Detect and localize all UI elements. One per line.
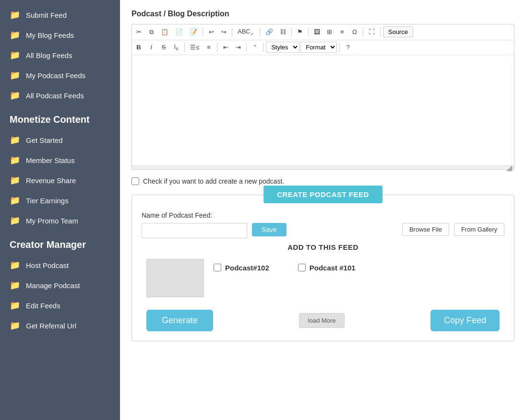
toolbar-sep-2 [232,28,232,36]
indent-button[interactable]: ⇥ [232,42,244,53]
new-podcast-checkbox[interactable] [132,177,139,185]
ordered-list-button[interactable]: ☰≤ [187,42,202,53]
generate-button[interactable]: Generate [146,310,213,331]
table-button[interactable]: ⊞ [324,26,335,37]
folder-icon: 📁 [10,175,20,186]
toolbar-sep-9 [217,43,217,52]
copy-button[interactable]: ⧉ [145,26,157,38]
sidebar: 📁 Submit Feed 📁 My Blog Feeds 📁 All Blog… [0,0,120,420]
bold-button[interactable]: B [133,42,144,53]
podcast-item-101: Podcast #101 [298,264,356,272]
sidebar-label-my-blog-feeds: My Blog Feeds [26,31,74,39]
folder-icon: 📁 [10,10,20,20]
toolbar-row-1: ✂ ⧉ 📋 📄 📝 ↩ ↪ ABC✓ 🔗 ⛓ ⚑ 🖼 ⊞ ≡ Ω ⛶ Sourc… [132,24,514,40]
subscript-button[interactable]: Ix [170,42,182,53]
load-more-button[interactable]: load More [299,313,345,328]
sidebar-item-revenue-share[interactable]: 📁 Revenue Share [0,170,120,190]
source-button[interactable]: Source [383,26,413,37]
folder-icon: 📁 [10,70,20,81]
sidebar-label-edit-feeds: Edit Feeds [26,302,60,310]
sidebar-label-revenue-share: Revenue Share [26,176,76,185]
bottom-buttons-row: Generate load More Copy Feed [142,310,504,331]
paste-button[interactable]: 📋 [158,26,171,37]
create-feed-section: CREATE PODCAST FEED Name of Podcast Feed… [132,195,514,341]
toolbar-sep-4 [291,28,292,36]
sidebar-item-get-started[interactable]: 📁 Get Started [0,130,120,150]
toolbar-sep-11 [263,43,263,52]
folder-icon: 📁 [10,260,20,270]
unordered-list-button[interactable]: ≡ [203,42,215,53]
folder-icon: 📁 [10,195,20,206]
folder-icon: 📁 [10,215,20,226]
italic-button[interactable]: I [145,42,157,53]
toolbar-sep-10 [246,43,247,52]
sidebar-label-submit-feed: Submit Feed [26,11,67,19]
main-content: Podcast / Blog Description ✂ ⧉ 📋 📄 📝 ↩ ↪… [120,0,526,420]
folder-icon: 📁 [10,300,20,311]
sidebar-label-all-podcast-feeds: All Podcast Feeds [26,92,84,100]
podcast-101-checkbox[interactable] [298,264,306,271]
toolbar-sep-12 [339,43,340,52]
copy-feed-button[interactable]: Copy Feed [430,310,500,331]
hrule-button[interactable]: ≡ [336,26,348,37]
sidebar-item-submit-feed[interactable]: 📁 Submit Feed [0,5,120,25]
feed-image-placeholder [146,259,204,297]
create-feed-header: CREATE PODCAST FEED [263,186,383,203]
editor-container: ✂ ⧉ 📋 📄 📝 ↩ ↪ ABC✓ 🔗 ⛓ ⚑ 🖼 ⊞ ≡ Ω ⛶ Sourc… [132,24,514,170]
sidebar-item-my-blog-feeds[interactable]: 📁 My Blog Feeds [0,25,120,45]
fullscreen-button[interactable]: ⛶ [366,26,378,37]
sidebar-label-manage-podcast: Manage Podcast [26,281,80,290]
toolbar-row-2: B I S Ix ☰≤ ≡ ⇤ ⇥ " Styles Format ? [132,40,514,55]
toolbar-sep-1 [203,28,203,36]
link-button[interactable]: 🔗 [263,26,276,37]
sidebar-label-all-blog-feeds: All Blog Feeds [26,51,72,59]
sidebar-item-host-podcast[interactable]: 📁 Host Podcast [0,255,120,275]
sidebar-item-all-blog-feeds[interactable]: 📁 All Blog Feeds [0,45,120,65]
outdent-button[interactable]: ⇤ [220,42,231,53]
page-title: Podcast / Blog Description [132,10,514,18]
add-to-feed-title: ADD TO THIS FEED [142,243,504,251]
folder-icon: 📁 [10,280,20,291]
section-monetize: Monetize Content [0,105,120,130]
editor-resize-handle: ◢ [132,165,514,169]
new-podcast-label[interactable]: Check if you want to add create a new po… [143,177,284,185]
folder-icon: 📁 [10,50,20,60]
sidebar-item-all-podcast-feeds[interactable]: 📁 All Podcast Feeds [0,85,120,105]
sidebar-item-member-status[interactable]: 📁 Member Status [0,150,120,170]
folder-icon: 📁 [10,90,20,101]
redo-button[interactable]: ↪ [218,26,229,37]
paste-word-button[interactable]: 📝 [187,26,200,37]
from-gallery-button[interactable]: From Gallery [454,223,504,236]
podcast-101-label[interactable]: Podcast #101 [310,264,356,272]
undo-button[interactable]: ↩ [205,26,217,37]
special-char-button[interactable]: Ω [349,26,360,37]
spellcheck-button[interactable]: ABC✓ [235,26,257,38]
sidebar-item-edit-feeds[interactable]: 📁 Edit Feeds [0,295,120,315]
image-button[interactable]: 🖼 [311,26,323,37]
format-select[interactable]: Format [300,42,337,53]
styles-select[interactable]: Styles [266,42,299,53]
sidebar-label-member-status: Member Status [26,156,75,164]
save-feed-button[interactable]: Save [252,223,287,236]
folder-icon: 📁 [10,30,20,40]
feed-name-input[interactable] [142,223,247,238]
browse-file-button[interactable]: Browse File [402,223,449,236]
strikethrough-button[interactable]: S [158,42,169,53]
blockquote-button[interactable]: " [249,42,261,53]
paste-text-button[interactable]: 📄 [172,26,186,37]
editor-body[interactable] [132,55,514,165]
toolbar-sep-8 [184,43,185,52]
flag-button[interactable]: ⚑ [294,26,306,37]
sidebar-label-my-promo-team: My Promo Team [26,217,78,225]
folder-icon: 📁 [10,155,20,165]
podcast-102-label[interactable]: Podcast#102 [225,264,269,272]
help-button[interactable]: ? [342,42,354,53]
sidebar-item-get-referral-url[interactable]: 📁 Get Referral Url [0,315,120,336]
unlink-button[interactable]: ⛓ [277,26,289,37]
cut-button[interactable]: ✂ [133,26,144,37]
sidebar-item-my-promo-team[interactable]: 📁 My Promo Team [0,210,120,231]
sidebar-item-my-podcast-feeds[interactable]: 📁 My Podcast Feeds [0,65,120,85]
podcast-102-checkbox[interactable] [214,264,221,271]
sidebar-item-tier-earnings[interactable]: 📁 Tier Earnings [0,190,120,210]
sidebar-item-manage-podcast[interactable]: 📁 Manage Podcast [0,275,120,295]
